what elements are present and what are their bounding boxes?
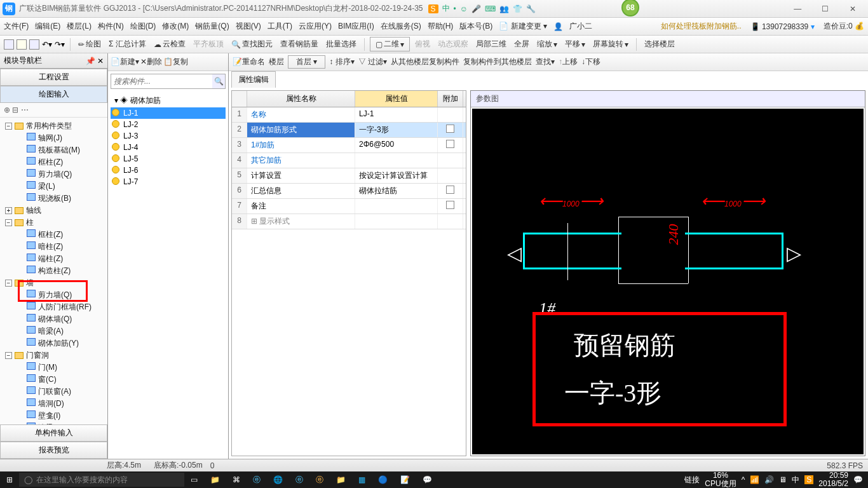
- top-view-button[interactable]: 俯视: [412, 39, 433, 50]
- ime-smile-icon[interactable]: ☺: [460, 4, 468, 13]
- notification-icon[interactable]: 💬: [853, 475, 863, 484]
- find-button[interactable]: 查找▾: [536, 57, 555, 67]
- tree-wall[interactable]: −墙: [1, 277, 106, 289]
- list-item-lj3[interactable]: LJ-3: [111, 130, 226, 142]
- checkbox-7[interactable]: [446, 201, 454, 209]
- tray-bat-icon[interactable]: 🖥: [779, 475, 787, 484]
- open-icon[interactable]: [17, 39, 27, 50]
- task-q-icon[interactable]: 🔵: [372, 471, 394, 488]
- menu-edit[interactable]: 编辑(E): [35, 21, 60, 32]
- menu-newchange[interactable]: 📄 新建变更 ▾: [499, 21, 547, 32]
- tree-door-1[interactable]: 窗(C): [1, 374, 106, 386]
- menu-draw[interactable]: 绘图(D): [130, 21, 156, 32]
- copy-to-button[interactable]: 复制构件到其他楼层: [463, 57, 532, 67]
- task-folder-icon[interactable]: 📁: [330, 471, 352, 488]
- local-3d-button[interactable]: 局部三维: [473, 39, 509, 50]
- minimize-button[interactable]: —: [785, 4, 810, 13]
- tree-door-3[interactable]: 墙洞(D): [1, 398, 106, 410]
- rotate-button[interactable]: 屏幕旋转 ▾: [590, 39, 631, 50]
- tree-door-2[interactable]: 门联窗(A): [1, 386, 106, 398]
- tree-door-4[interactable]: 壁龛(I): [1, 410, 106, 422]
- flat-top-button[interactable]: 平齐板顶: [191, 39, 226, 50]
- ime-shirt-icon[interactable]: 👕: [513, 4, 522, 13]
- move-up-button[interactable]: ↑上移: [559, 57, 578, 67]
- list-category[interactable]: ▾ ◈ 砌体加筋: [111, 94, 226, 107]
- find-element-button[interactable]: 🔍 查找图元: [229, 39, 275, 50]
- view-2d-select[interactable]: ▢ 二维 ▾: [370, 37, 410, 51]
- select-floor-button[interactable]: 选择楼层: [642, 39, 677, 50]
- undo-button[interactable]: ↶▾: [42, 40, 52, 49]
- save-icon[interactable]: [29, 39, 39, 50]
- list-item-lj5[interactable]: LJ-5: [111, 153, 226, 165]
- menu-steel[interactable]: 钢筋量(Q): [195, 21, 229, 32]
- draw-button[interactable]: ✏ 绘图: [76, 39, 104, 50]
- new-icon[interactable]: [4, 39, 14, 50]
- close-button[interactable]: ✕: [840, 4, 865, 13]
- task-browser-icon[interactable]: 🌐: [267, 471, 289, 488]
- menu-component[interactable]: 构件(N): [98, 21, 124, 32]
- report-preview-tab[interactable]: 报表预览: [0, 442, 107, 459]
- menu-online[interactable]: 在线服务(S): [381, 21, 421, 32]
- tree-door[interactable]: −门窗洞: [1, 349, 106, 362]
- cpu-meter[interactable]: 16%CPU使用: [705, 471, 736, 488]
- menu-floor[interactable]: 楼层(L): [67, 21, 92, 32]
- redo-button[interactable]: ↷▾: [55, 40, 65, 49]
- tree-shear-wall[interactable]: 剪力墙(Q): [1, 168, 106, 180]
- rename-button[interactable]: 📝重命名: [233, 57, 265, 67]
- tree-axis[interactable]: +轴线: [1, 205, 106, 217]
- tree-wall-3[interactable]: 暗梁(A): [1, 325, 106, 337]
- component-search[interactable]: 🔍: [111, 74, 226, 89]
- list-item-lj7[interactable]: LJ-7: [111, 176, 226, 187]
- clock[interactable]: 20:592018/5/2: [818, 471, 848, 488]
- property-tab[interactable]: 属性编辑: [231, 71, 276, 88]
- phone-number[interactable]: 📱 13907298339 ▾: [750, 22, 815, 31]
- prop-row-4[interactable]: 4其它加筋: [232, 153, 466, 168]
- project-settings-tab[interactable]: 工程设置: [0, 69, 107, 86]
- menu-modify[interactable]: 修改(M): [162, 21, 189, 32]
- prop-row-6[interactable]: 6汇总信息砌体拉结筋: [232, 184, 466, 199]
- cloud-check-button[interactable]: ☁ 云检查: [151, 39, 188, 50]
- ime-mic-icon[interactable]: 🎤: [471, 4, 481, 13]
- list-item-lj6[interactable]: LJ-6: [111, 165, 226, 176]
- tray-net-icon[interactable]: 📶: [750, 475, 759, 484]
- badge-68[interactable]: 68: [621, 0, 639, 17]
- task-app1-icon[interactable]: ⌘: [226, 471, 247, 488]
- zoom-button[interactable]: 缩放 ▾: [534, 39, 560, 50]
- prop-row-5[interactable]: 5计算设置按设定计算设置计算: [232, 168, 466, 184]
- tree-wall-0[interactable]: 剪力墙(Q): [1, 289, 106, 301]
- menu-help[interactable]: 帮助(H): [428, 21, 454, 32]
- task-view-icon[interactable]: ▭: [184, 471, 204, 488]
- tree-axis-grid[interactable]: 轴网(J): [1, 132, 106, 144]
- ime-dot[interactable]: •: [454, 4, 456, 13]
- sum-button[interactable]: Σ 汇总计算: [106, 39, 149, 50]
- menu-file[interactable]: 文件(F): [4, 21, 29, 32]
- checkbox-6[interactable]: [446, 186, 454, 194]
- search-input[interactable]: [111, 74, 212, 88]
- menu-tools[interactable]: 工具(T): [268, 21, 292, 32]
- view-steel-button[interactable]: 查看钢筋量: [278, 39, 321, 50]
- ime-people-icon[interactable]: 👥: [499, 4, 509, 13]
- prop-row-2[interactable]: 2砌体加筋形式一字-3形: [232, 123, 466, 138]
- task-edge-icon[interactable]: ⓔ: [247, 471, 267, 488]
- tray-s-icon[interactable]: S: [804, 475, 813, 484]
- pin-icon[interactable]: 📌 ✕: [86, 57, 104, 65]
- tray-up-icon[interactable]: ^: [742, 475, 745, 484]
- tray-vol-icon[interactable]: 🔊: [764, 475, 774, 484]
- tree-col-2[interactable]: 端柱(Z): [1, 253, 106, 265]
- prop-row-3[interactable]: 31#加筋2Φ6@500: [232, 138, 466, 153]
- taskbar-search[interactable]: ◯ 在这里输入你要搜索的内容: [19, 473, 184, 487]
- new-component-button[interactable]: 📄新建▾: [111, 57, 139, 67]
- ime-s-icon[interactable]: S: [428, 4, 438, 13]
- pan-button[interactable]: 平移 ▾: [562, 39, 588, 50]
- tree-wall-4[interactable]: 砌体加筋(Y): [1, 337, 106, 349]
- ime-lang[interactable]: 中: [442, 3, 450, 14]
- ime-wrench-icon[interactable]: 🔧: [526, 4, 536, 13]
- menu-bim[interactable]: BIM应用(I): [338, 21, 374, 32]
- tip-link[interactable]: 如何处理筏板附加钢筋..: [661, 21, 742, 32]
- checkbox-3[interactable]: [446, 140, 454, 148]
- ime-kb-icon[interactable]: ⌨: [485, 4, 496, 13]
- menu-view[interactable]: 视图(V): [236, 21, 261, 32]
- sort-button[interactable]: ↕ 排序▾: [329, 57, 354, 67]
- task-ie-icon[interactable]: ⓔ: [289, 471, 309, 488]
- tray-lang[interactable]: 中: [792, 475, 799, 485]
